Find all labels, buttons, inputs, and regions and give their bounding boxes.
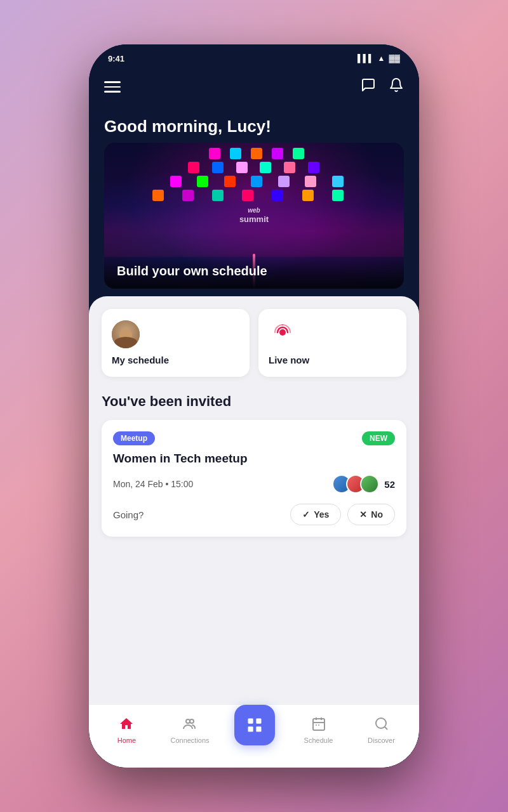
new-badge: NEW [362, 431, 395, 445]
home-icon [119, 716, 134, 734]
no-label: No [371, 509, 383, 520]
invite-actions: Going? ✓ Yes ✕ No [113, 504, 395, 525]
status-bar: 9:41 ▌▌▌ ▲ ▓▓ [89, 44, 419, 72]
invite-meta: Mon, 24 Feb • 15:00 52 [113, 475, 395, 494]
card-tags-row: Meetup NEW [113, 431, 395, 445]
schedule-nav-label: Schedule [304, 737, 333, 744]
status-time: 9:41 [108, 54, 124, 63]
grid-icon [246, 716, 264, 734]
content-area: My schedule [89, 296, 419, 768]
svg-rect-6 [256, 726, 261, 731]
my-schedule-label: My schedule [112, 355, 239, 365]
svg-rect-3 [248, 718, 253, 723]
app-header [89, 72, 419, 107]
check-icon: ✓ [302, 509, 310, 520]
invite-attendees: 52 [332, 475, 395, 494]
signal-icon: ▌▌▌ [358, 54, 374, 63]
live-now-card[interactable]: Live now [258, 309, 406, 377]
battery-icon: ▓▓ [389, 54, 401, 63]
nav-schedule[interactable]: Schedule [300, 716, 338, 744]
svg-rect-4 [256, 718, 261, 723]
discover-icon [374, 716, 389, 734]
x-icon: ✕ [359, 509, 367, 520]
svg-line-12 [384, 726, 387, 729]
wifi-icon: ▲ [378, 54, 385, 63]
attendee-count: 52 [384, 479, 395, 490]
hero-logo: web summit [239, 207, 269, 225]
no-button[interactable]: ✕ No [347, 504, 395, 525]
nav-discover[interactable]: Discover [363, 716, 401, 744]
svg-point-0 [279, 329, 286, 336]
quick-actions: My schedule [89, 296, 419, 383]
nav-center-button[interactable] [234, 705, 275, 745]
section-title-invited: You've been invited [89, 383, 419, 415]
yes-button[interactable]: ✓ Yes [290, 504, 341, 525]
greeting-text: Good morning, Lucy! [104, 117, 404, 136]
nav-connections[interactable]: Connections [170, 716, 209, 744]
greeting-section: Good morning, Lucy! [89, 107, 419, 143]
attendee-avatars [332, 475, 379, 494]
live-icon [271, 321, 294, 348]
nav-home[interactable]: Home [107, 716, 145, 744]
connections-nav-label: Connections [170, 737, 209, 744]
live-now-label: Live now [269, 355, 396, 365]
svg-point-11 [376, 718, 386, 728]
status-icons: ▌▌▌ ▲ ▓▓ [358, 54, 400, 63]
my-schedule-card[interactable]: My schedule [102, 309, 250, 377]
attendee-avatar-3 [360, 475, 379, 494]
home-nav-label: Home [117, 737, 136, 744]
invite-date: Mon, 24 Feb • 15:00 [113, 479, 193, 489]
phone-screen: 9:41 ▌▌▌ ▲ ▓▓ [89, 44, 419, 768]
bottom-nav: Home Connections [89, 704, 419, 768]
connections-icon [182, 716, 197, 734]
going-label: Going? [113, 509, 284, 520]
invite-card: Meetup NEW Women in Tech meetup Mon, 24 … [102, 420, 406, 537]
messages-button[interactable] [361, 77, 376, 96]
header-actions [361, 77, 404, 96]
yes-label: Yes [314, 509, 329, 520]
notifications-button[interactable] [389, 77, 404, 96]
schedule-icon [311, 716, 326, 734]
invite-title: Women in Tech meetup [113, 452, 395, 466]
user-avatar [112, 320, 140, 348]
svg-rect-5 [248, 726, 253, 731]
svg-point-2 [190, 719, 194, 723]
menu-button[interactable] [104, 81, 121, 93]
phone-shell: 9:41 ▌▌▌ ▲ ▓▓ [89, 44, 419, 768]
hero-title: Build your own schedule [104, 254, 404, 289]
hero-card[interactable]: web summit Build your own schedule [104, 143, 404, 289]
meetup-tag: Meetup [113, 431, 155, 445]
discover-nav-label: Discover [368, 737, 395, 744]
avatar-face [112, 320, 140, 348]
